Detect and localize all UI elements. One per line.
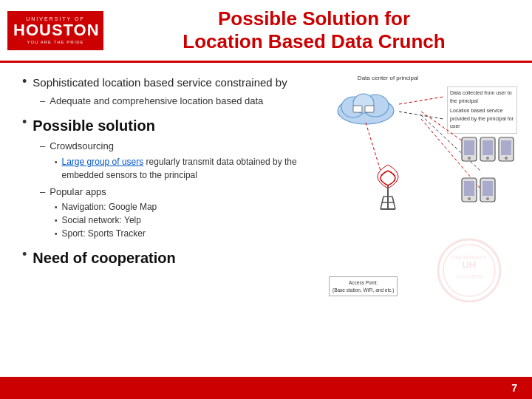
svg-rect-30 bbox=[464, 181, 474, 196]
access-point-label: Access Point:(Base station, WiFi, and et… bbox=[329, 276, 398, 297]
phones-svg bbox=[458, 134, 517, 222]
svg-rect-27 bbox=[501, 140, 511, 155]
svg-point-34 bbox=[486, 197, 489, 200]
cloud-svg bbox=[332, 85, 399, 126]
svg-text:UH: UH bbox=[463, 259, 477, 270]
bullet-dot-2: • bbox=[22, 114, 27, 131]
bullet-2-main: • Possible solution bbox=[22, 115, 318, 136]
bullet-dot-3: • bbox=[22, 246, 27, 263]
svg-text:HOUSTON: HOUSTON bbox=[457, 274, 482, 279]
text-column: • Sophisticated location based service c… bbox=[22, 75, 325, 373]
app-2: Social network: Yelp bbox=[55, 214, 318, 227]
slide-title: Possible Solution for Location Based Dat… bbox=[103, 7, 517, 53]
bullet-1-sub: Adequate and comprehensive location base… bbox=[22, 94, 318, 109]
apps-list: Navigation: Google Map Social network: Y… bbox=[40, 200, 318, 240]
header: UNIVERSITY of HOUSTON YOU ARE THE PRIDE … bbox=[0, 0, 532, 63]
bullet-section-1: • Sophisticated location based service c… bbox=[22, 75, 318, 108]
svg-rect-4 bbox=[353, 106, 362, 112]
data-center-label: Data center of principal bbox=[325, 75, 451, 81]
popular-apps-label: Popular apps bbox=[40, 185, 318, 200]
svg-point-25 bbox=[486, 157, 489, 160]
diagram-area: Data center of principal Data collected … bbox=[325, 75, 517, 311]
bullet-1-main: • Sophisticated location based service c… bbox=[22, 75, 318, 90]
app-3: Sport: Sports Tracker bbox=[55, 227, 318, 240]
svg-rect-24 bbox=[482, 140, 493, 155]
bullet-section-3: • Need of cooperation bbox=[22, 248, 318, 268]
tower-svg bbox=[366, 156, 410, 215]
crowdsourcing-detail-1: Large group of users regularly transmit … bbox=[55, 155, 318, 182]
houston-text: HOUSTON bbox=[13, 22, 98, 38]
popular-apps-section: Popular apps Navigation: Google Map Soci… bbox=[22, 185, 318, 241]
svg-rect-33 bbox=[482, 181, 493, 196]
svg-point-35 bbox=[438, 239, 500, 301]
svg-line-6 bbox=[399, 97, 443, 104]
logo-area: UNIVERSITY of HOUSTON YOU ARE THE PRIDE bbox=[7, 11, 103, 50]
main-content: • Sophisticated location based service c… bbox=[0, 63, 532, 381]
highlight-users: Large group of users bbox=[62, 157, 144, 167]
bullet-3-text: Need of cooperation bbox=[33, 248, 175, 268]
svg-line-7 bbox=[399, 112, 443, 119]
footer: 7 bbox=[0, 377, 532, 399]
uh-logo: UNIVERSITY of HOUSTON YOU ARE THE PRIDE bbox=[7, 11, 103, 50]
svg-rect-21 bbox=[464, 140, 474, 155]
bullet-2-text: Possible solution bbox=[33, 115, 155, 136]
svg-point-36 bbox=[443, 245, 495, 296]
svg-point-28 bbox=[505, 157, 508, 160]
bullet-1-text: Sophisticated location based service con… bbox=[33, 75, 287, 90]
diagram-column: Data center of principal Data collected … bbox=[325, 75, 517, 373]
uh-seal-watermark: UNIVERSITY UH HOUSTON bbox=[436, 237, 502, 304]
svg-point-22 bbox=[468, 157, 471, 160]
bullet-dot-1: • bbox=[22, 73, 27, 90]
svg-rect-5 bbox=[365, 106, 374, 112]
tagline-text: YOU ARE THE PRIDE bbox=[13, 40, 98, 46]
svg-point-31 bbox=[468, 197, 471, 200]
bullet-1-sub-1: Adequate and comprehensive location base… bbox=[40, 94, 318, 109]
crowdsourcing-label: Crowdsourcing bbox=[40, 139, 318, 154]
bullet-3-main: • Need of cooperation bbox=[22, 248, 318, 268]
diagram-right-text: Data collected from user to the principa… bbox=[447, 86, 517, 134]
page-number: 7 bbox=[511, 382, 517, 394]
crowdsourcing-section: Crowdsourcing Large group of users regul… bbox=[22, 139, 318, 182]
bullet-section-2: • Possible solution Crowdsourcing Large … bbox=[22, 115, 318, 240]
app-1: Navigation: Google Map bbox=[55, 200, 318, 214]
crowdsourcing-detail: Large group of users regularly transmit … bbox=[40, 155, 318, 182]
